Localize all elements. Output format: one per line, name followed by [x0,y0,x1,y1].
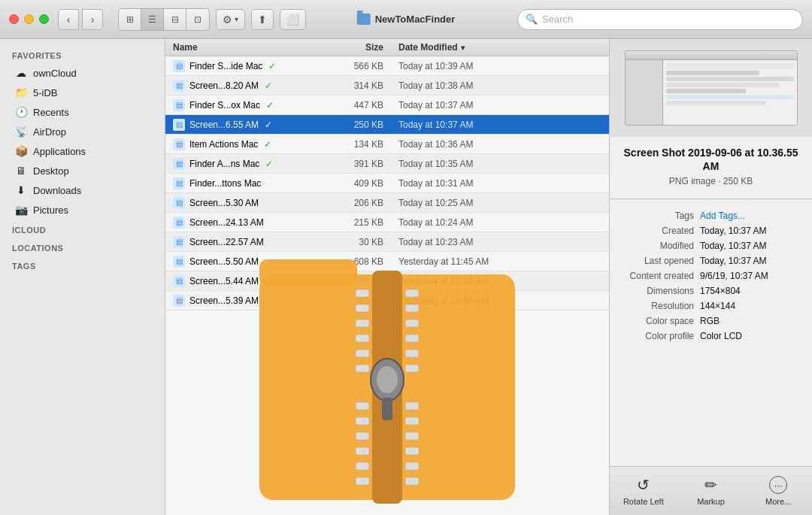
view-icon-btn[interactable]: ⊞ [119,9,141,30]
more-button[interactable]: ··· More... [744,473,812,509]
file-size-cell: 447 KB [331,100,391,111]
info-value: Today, 10:37 AM [700,241,767,251]
col-date-header[interactable]: Date Modified ▾ [391,42,609,53]
table-row[interactable]: ▤Screen...5.39 AM82 KBYesterday at 11:45… [165,291,609,311]
file-date-cell: Today at 10:31 AM [391,178,609,189]
view-column-btn[interactable]: ⊟ [164,9,186,30]
info-value: RGB [700,316,720,326]
file-size-cell: 25 KB [331,276,391,286]
file-thumb: ▤ [173,60,185,72]
close-button[interactable] [9,14,19,24]
file-date-cell: Today at 10:25 AM [391,198,609,208]
view-list-btn[interactable]: ☰ [141,9,164,30]
sidebar-item-recents[interactable]: 🕐 Recents [3,102,162,122]
file-thumb: ▤ [173,80,185,92]
info-label: Color profile [619,331,694,341]
search-placeholder: Search [542,14,573,25]
mini-screenshot [625,50,798,126]
badge-icon: ⬜ [286,14,299,26]
info-label: Dimensions [619,286,694,296]
tags-value[interactable]: Add Tags... [700,211,745,221]
table-row[interactable]: ▤Item Actions Mac✓134 KBToday at 10:36 A… [165,135,609,154]
svg-rect-23 [405,365,419,372]
view-gallery-btn[interactable]: ⊡ [186,9,209,30]
table-row[interactable]: ▤Finder S...ox Mac✓447 KBToday at 10:37 … [165,95,609,115]
icloud-section-label: iCloud [0,220,165,238]
col-size-header[interactable]: Size [331,42,391,53]
maximize-button[interactable] [39,14,49,24]
info-label: Modified [619,241,694,251]
search-bar[interactable]: 🔍 Search [517,9,803,30]
mini-ss-sidebar [626,60,663,125]
markup-label: Markup [697,497,725,506]
sidebar-item-applications[interactable]: 📦 Applications [3,141,162,161]
share-icon: ⬆ [258,14,267,26]
info-label: Last opened [619,256,694,266]
rotate-left-button[interactable]: ↺ Rotate Left [610,473,677,509]
info-value: 1754×804 [700,286,741,296]
file-name-cell: ▤Screen...5.50 AM [165,256,331,268]
badge-button[interactable]: ⬜ [280,9,306,30]
file-thumb: ▤ [173,275,185,287]
window-title-text: NewToMacFinder [375,14,456,25]
table-row[interactable]: ▤Screen...5.50 AM608 KBYesterday at 11:4… [165,252,609,271]
share-button[interactable]: ⬆ [251,9,274,30]
table-row[interactable]: ▤Screen...22.57 AM30 KBToday at 10:23 AM [165,232,609,252]
back-button[interactable]: ‹ [58,9,79,30]
file-size-cell: 608 KB [331,256,391,267]
table-row[interactable]: ▤Screen...5.30 AM206 KBToday at 10:25 AM [165,193,609,213]
locations-section-label: Locations [0,238,165,256]
col-name-header[interactable]: Name [165,42,331,53]
file-name-cell: ▤Finder...ttons Mac [165,177,331,189]
forward-button[interactable]: › [82,9,103,30]
file-date-cell: Today at 10:38 AM [391,80,609,91]
minimize-button[interactable] [24,14,34,24]
file-name-cell: ▤Screen...5.44 AM [165,275,331,287]
svg-rect-15 [356,447,369,455]
desktop-icon: 🖥 [15,165,27,177]
sidebar-item-downloads[interactable]: ⬇ Downloads [3,180,162,200]
file-name-text: Screen...8.20 AM [189,80,259,91]
sidebar-item-owncloud[interactable]: ☁ ownCloud [3,63,162,83]
svg-rect-26 [405,432,419,440]
sidebar-item-owncloud-label: ownCloud [33,68,77,79]
file-date-cell: Today at 10:24 AM [391,217,609,228]
check-icon: ✓ [266,100,274,111]
table-row[interactable]: ▤Finder A...ns Mac✓391 KBToday at 10:35 … [165,154,609,174]
info-row: Dimensions1754×804 [619,283,803,298]
table-row[interactable]: ▤Screen...24.13 AM215 KBToday at 10:24 A… [165,213,609,232]
info-row: Color spaceRGB [619,314,803,329]
preview-title: Screen Shot 2019-09-06 at 10.36.55 AM [622,146,800,173]
file-date-cell: Today at 10:36 AM [391,139,609,150]
file-name-cell: ▤Finder S...ox Mac✓ [165,99,331,111]
view-mode-group: ⊞ ☰ ⊟ ⊡ [118,8,210,31]
file-name-text: Screen...24.13 AM [189,217,264,228]
table-row[interactable]: ▤Finder...ttons Mac409 KBToday at 10:31 … [165,174,609,193]
file-size-cell: 82 KB [331,295,391,306]
mini-ss-bar [626,51,797,60]
sidebar-item-desktop[interactable]: 🖥 Desktop [3,161,162,180]
table-row[interactable]: ▤Finder S...ide Mac✓566 KBToday at 10:39… [165,56,609,76]
table-row[interactable]: ▤Screen...8.20 AM✓314 KBToday at 10:38 A… [165,76,609,95]
svg-rect-16 [356,462,369,470]
sidebar-item-applications-label: Applications [33,146,86,157]
svg-rect-10 [356,350,369,357]
action-dropdown-btn[interactable]: ⚙ ▾ [216,9,245,30]
file-name-cell: ▤Finder S...ide Mac✓ [165,60,331,72]
svg-point-3 [371,359,404,401]
file-name-cell: ▤Screen...8.20 AM✓ [165,80,331,92]
table-row[interactable]: ▤Screen...5.44 AM25 KBYesterday at 11:45… [165,271,609,291]
info-label: Content created [619,271,694,281]
action-chevron: ▾ [235,15,238,23]
file-thumb: ▤ [173,138,185,150]
table-row[interactable]: ▤Screen...6.55 AM✓250 KBToday at 10:37 A… [165,115,609,135]
info-row: ModifiedToday, 10:37 AM [619,238,803,253]
file-thumb: ▤ [173,197,185,209]
svg-rect-9 [356,335,369,342]
sidebar-item-5idb[interactable]: 📁 5-iDB [3,83,162,102]
markup-button[interactable]: ✏ Markup [677,473,745,509]
sidebar-item-airdrop[interactable]: 📡 AirDrop [3,122,162,141]
svg-rect-12 [356,402,369,410]
sidebar-item-pictures[interactable]: 📷 Pictures [3,200,162,220]
sort-icon: ▾ [461,44,465,52]
